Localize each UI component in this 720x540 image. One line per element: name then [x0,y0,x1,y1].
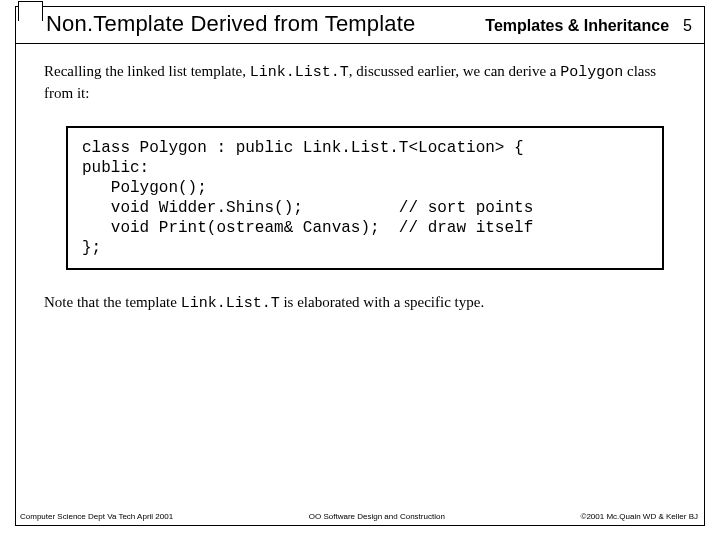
page-number: 5 [683,17,692,34]
slide-footer: Computer Science Dept Va Tech April 2001… [20,512,698,521]
code-listing: class Polygon : public Link.List.T<Locat… [66,126,664,270]
header-right: Templates & Inheritance 5 [485,17,692,35]
footer-right: ©2001 Mc.Quain WD & Keller BJ [581,512,699,521]
intro-code-1: Link.List.T [250,64,349,81]
intro-text-2: , discussed earlier, we can derive a [349,63,560,79]
section-label: Templates & Inheritance [485,17,669,34]
slide-frame: Non.Template Derived from Template Templ… [15,6,705,526]
footer-left: Computer Science Dept Va Tech April 2001 [20,512,173,521]
slide-header: Non.Template Derived from Template Templ… [16,7,704,47]
header-divider [16,43,704,44]
intro-code-2: Polygon [560,64,623,81]
slide-title: Non.Template Derived from Template [46,11,416,37]
note-code-1: Link.List.T [181,295,280,312]
note-text-2: is elaborated with a specific type. [280,294,485,310]
note-paragraph: Note that the template Link.List.T is el… [44,292,676,314]
intro-paragraph: Recalling the linked list template, Link… [44,61,676,104]
footer-center: OO Software Design and Construction [173,512,580,521]
intro-text-1: Recalling the linked list template, [44,63,250,79]
note-text-1: Note that the template [44,294,181,310]
slide-body: Recalling the linked list template, Link… [44,61,676,485]
